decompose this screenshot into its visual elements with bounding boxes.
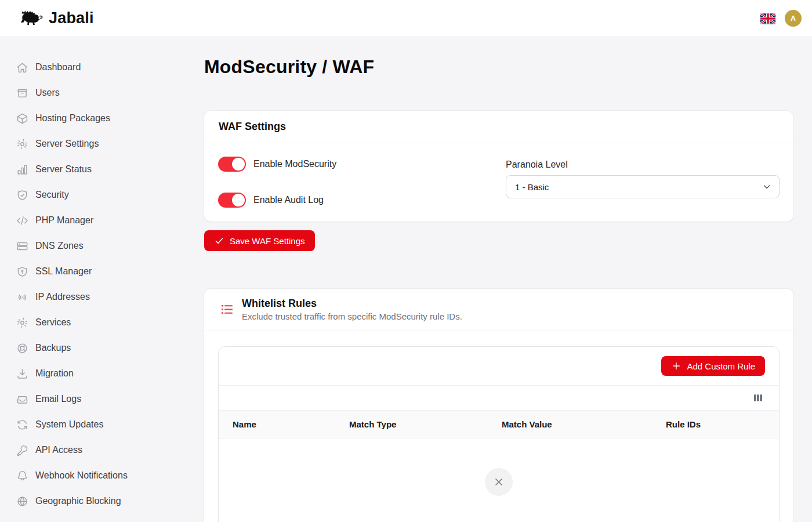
main-content: ModSecurity / WAF WAF Settings Enable Mo… [186, 37, 812, 522]
close-icon [492, 476, 505, 488]
user-avatar[interactable]: A [785, 10, 802, 27]
empty-state-circle [485, 468, 513, 496]
sidebar-item-label: System Updates [35, 419, 103, 430]
sidebar-item-migration[interactable]: Migration [0, 361, 186, 386]
rules-table-panel: Add Custom Rule Name Match Type Ma [218, 346, 780, 522]
paranoia-level-value: 1 - Basic [515, 182, 762, 192]
empty-rules-state [219, 438, 779, 522]
column-header-match-type[interactable]: Match Type [335, 419, 488, 429]
paranoia-level-select[interactable]: 1 - Basic [506, 175, 780, 198]
whitelist-rules-subtitle: Exclude trusted traffic from specific Mo… [242, 311, 462, 321]
sidebar-item-label: Geographic Blocking [35, 496, 121, 506]
waf-settings-card: WAF Settings Enable ModSecurity Enable [204, 111, 793, 222]
sidebar-item-ip-addresses[interactable]: IP Addresses [0, 284, 186, 310]
sidebar-item-php-manager[interactable]: PHP Manager [0, 208, 186, 233]
sidebar-item-label: Webhook Notifications [35, 470, 128, 481]
shield-lock-icon [16, 266, 28, 278]
chart-bar-icon [16, 164, 28, 176]
sidebar-item-dashboard[interactable]: Dashboard [0, 55, 186, 80]
sidebar-item-label: PHP Manager [35, 215, 93, 226]
chevron-down-icon [762, 182, 772, 192]
sidebar-item-label: IP Addresses [35, 292, 90, 302]
waf-settings-title: WAF Settings [219, 121, 779, 133]
sidebar-item-dns-zones[interactable]: DNS Zones [0, 233, 186, 259]
code-icon [16, 215, 28, 227]
jabali-boar-logo [16, 9, 44, 28]
page-title: ModSecurity / WAF [204, 56, 793, 78]
column-header-match-value[interactable]: Match Value [488, 419, 652, 429]
brand[interactable]: Jabali [16, 9, 94, 28]
gear-icon [16, 138, 28, 150]
sidebar-item-users[interactable]: Users [0, 80, 186, 106]
list-icon [220, 302, 234, 317]
columns-icon [752, 392, 764, 404]
signal-icon [16, 291, 28, 303]
sidebar-item-services[interactable]: Services [0, 310, 186, 335]
enable-audit-log-label: Enable Audit Log [253, 195, 324, 205]
language-flag-button[interactable] [760, 13, 775, 24]
top-header: Jabali A [0, 0, 812, 37]
sidebar-item-label: SSL Manager [35, 266, 92, 277]
enable-audit-log-toggle[interactable] [218, 193, 246, 208]
whitelist-rules-card: Whitelist Rules Exclude trusted traffic … [204, 289, 793, 522]
sidebar-item-label: Security [35, 190, 69, 200]
bell-icon [16, 470, 28, 482]
server-icon [16, 240, 28, 252]
sidebar-item-label: API Access [35, 445, 82, 455]
refresh-icon [16, 419, 28, 431]
paranoia-level-label: Paranoia Level [506, 160, 780, 170]
shield-check-icon [16, 189, 28, 201]
sidebar-item-webhook-notifications[interactable]: Webhook Notifications [0, 463, 186, 488]
sidebar-item-geographic-blocking[interactable]: Geographic Blocking [0, 488, 186, 514]
key-icon [16, 444, 28, 456]
rules-table-header: Name Match Type Match Value Rule IDs [219, 411, 779, 438]
enable-modsecurity-toggle[interactable] [218, 157, 246, 172]
brand-name: Jabali [49, 9, 94, 27]
sidebar-item-label: Email Logs [35, 394, 81, 404]
sidebar-item-label: Hosting Packages [35, 113, 110, 124]
sidebar-item-label: Services [35, 317, 71, 328]
sidebar-item-hosting-packages[interactable]: Hosting Packages [0, 106, 186, 131]
sidebar-item-email-logs[interactable]: Email Logs [0, 386, 186, 412]
sidebar-item-backups[interactable]: Backups [0, 335, 186, 361]
sidebar-nav: Dashboard Users Hosting Packages Server … [0, 37, 186, 522]
sidebar-item-label: Migration [35, 368, 74, 379]
plus-icon [671, 361, 682, 371]
users-icon [16, 87, 28, 99]
sidebar-item-label: Dashboard [35, 62, 81, 72]
globe-icon [16, 495, 28, 507]
column-header-name[interactable]: Name [219, 419, 335, 429]
enable-modsecurity-label: Enable ModSecurity [253, 159, 336, 169]
download-tray-icon [16, 368, 28, 380]
sidebar-item-security[interactable]: Security [0, 182, 186, 208]
sidebar-item-ssl-manager[interactable]: SSL Manager [0, 259, 186, 284]
sidebar-item-server-status[interactable]: Server Status [0, 157, 186, 182]
sidebar-item-api-access[interactable]: API Access [0, 437, 186, 463]
sidebar-item-server-settings[interactable]: Server Settings [0, 131, 186, 157]
save-waf-settings-button[interactable]: Save WAF Settings [204, 230, 315, 251]
check-icon [214, 235, 224, 246]
gear-icon [16, 317, 28, 329]
lifebuoy-icon [16, 342, 28, 354]
sidebar-item-label: Server Status [35, 164, 92, 175]
package-icon [16, 113, 28, 125]
sidebar-item-system-updates[interactable]: System Updates [0, 412, 186, 437]
home-icon [16, 61, 28, 74]
save-waf-settings-label: Save WAF Settings [230, 236, 305, 246]
add-custom-rule-label: Add Custom Rule [687, 361, 755, 371]
add-custom-rule-button[interactable]: Add Custom Rule [661, 356, 765, 376]
sidebar-item-label: DNS Zones [35, 241, 84, 251]
sidebar-item-label: Server Settings [35, 139, 99, 149]
uk-flag-icon [760, 13, 775, 24]
sidebar-item-label: Backups [35, 343, 71, 353]
column-header-rule-ids[interactable]: Rule IDs [652, 419, 779, 429]
inbox-icon [16, 393, 28, 405]
whitelist-rules-title: Whitelist Rules [242, 298, 462, 310]
sidebar-item-label: Users [35, 88, 60, 98]
column-visibility-button[interactable] [751, 391, 765, 405]
